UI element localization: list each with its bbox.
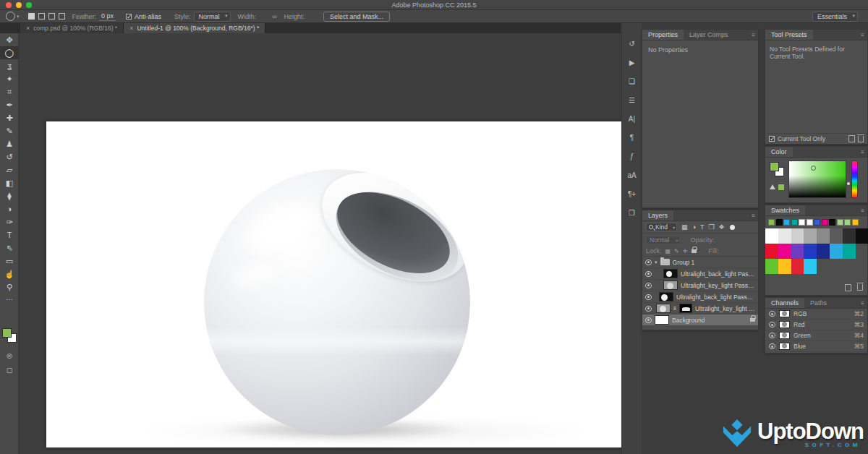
paragraph-icon[interactable]: ¶ xyxy=(625,130,639,145)
history-brush-tool[interactable]: ↺ xyxy=(0,150,19,163)
swatch[interactable] xyxy=(778,259,791,274)
layer-row[interactable]: 8 Ultralight_key_light Pa... xyxy=(642,303,758,314)
filter-smart-objects-icon[interactable]: ❖ xyxy=(719,223,725,231)
layer-thumbnail[interactable] xyxy=(659,292,673,301)
visibility-eye-icon[interactable] xyxy=(769,333,775,338)
elliptical-marquee-tool[interactable]: ◯ xyxy=(0,46,19,59)
layer-thumbnail[interactable] xyxy=(663,269,678,278)
blend-mode-dropdown[interactable]: Normal xyxy=(646,236,680,244)
swatch[interactable] xyxy=(822,219,828,226)
add-selection-button[interactable] xyxy=(38,13,45,20)
panel-menu-icon[interactable]: ≡ xyxy=(752,213,755,219)
tab-swatches[interactable]: Swatches xyxy=(765,205,805,215)
active-tool-icon[interactable] xyxy=(6,12,15,21)
filter-toggle-switch[interactable] xyxy=(730,225,735,230)
glyphs-icon[interactable]: ƒ xyxy=(625,149,639,163)
zoom-tool[interactable]: ⚲ xyxy=(0,280,19,294)
dodge-tool[interactable]: ◑ xyxy=(0,202,19,215)
layer-filter-kind-dropdown[interactable]: Kind xyxy=(646,223,677,231)
tool-preset-caret-icon[interactable]: ▾ xyxy=(17,14,20,20)
visibility-eye-icon[interactable] xyxy=(645,260,652,265)
swatch[interactable] xyxy=(776,219,783,226)
swatch[interactable] xyxy=(765,259,778,274)
swatch[interactable] xyxy=(791,244,804,259)
layer-row[interactable]: Ultralight_back_light Pass_al... xyxy=(642,268,758,280)
paragraph-styles-icon[interactable]: ¶+ xyxy=(625,187,639,201)
character-icon[interactable]: A| xyxy=(625,111,639,126)
gradient-tool[interactable]: ◧ xyxy=(0,176,19,189)
type-tool[interactable]: T xyxy=(0,228,19,241)
channel-row-green[interactable]: Green ⌘4 xyxy=(765,330,867,341)
intersect-selection-button[interactable] xyxy=(59,13,65,20)
eyedropper-tool[interactable]: ✒ xyxy=(0,98,19,111)
swatch[interactable] xyxy=(804,228,817,244)
eraser-tool[interactable]: ▱ xyxy=(0,163,19,176)
screen-mode-button[interactable]: ▢ xyxy=(0,364,19,376)
swatch[interactable] xyxy=(830,228,843,244)
actions-icon[interactable]: ▶ xyxy=(625,55,639,69)
swatch[interactable] xyxy=(768,219,775,226)
channel-row-red[interactable]: Red ⌘3 xyxy=(765,320,867,330)
panel-menu-icon[interactable]: ≡ xyxy=(861,149,864,155)
swatch[interactable] xyxy=(829,219,835,226)
lock-position-icon[interactable]: ✛ xyxy=(683,248,688,254)
swatch[interactable] xyxy=(837,219,843,226)
swatch[interactable] xyxy=(791,219,798,226)
lasso-tool[interactable]: ʓ xyxy=(0,59,19,72)
layer-row[interactable]: Ultralight_key_light Pass_fina... xyxy=(642,280,758,291)
swatch[interactable] xyxy=(804,244,817,259)
path-selection-tool[interactable]: ⇖ xyxy=(0,241,19,254)
tab-color[interactable]: Color xyxy=(765,147,793,157)
clone-stamp-tool[interactable]: ♟ xyxy=(0,137,19,150)
edit-toolbar-button[interactable]: ⋯ xyxy=(0,294,19,305)
panel-menu-icon[interactable]: ≡ xyxy=(861,32,864,38)
feather-field[interactable]: 0 px xyxy=(99,12,116,21)
lock-transparency-icon[interactable]: ▦ xyxy=(665,248,671,254)
color-picker-marker[interactable] xyxy=(811,166,816,171)
subtract-selection-button[interactable] xyxy=(48,13,55,20)
visibility-eye-icon[interactable] xyxy=(645,271,652,277)
tab-layer-comps[interactable]: Layer Comps xyxy=(684,30,734,40)
rectangle-tool[interactable]: ▭ xyxy=(0,254,19,267)
filter-type-layers-icon[interactable]: T xyxy=(700,223,705,231)
visibility-eye-icon[interactable] xyxy=(645,294,652,300)
tab-tool-presets[interactable]: Tool Presets xyxy=(765,30,813,40)
tab-paths[interactable]: Paths xyxy=(804,298,833,308)
quick-mask-button[interactable]: ◎ xyxy=(0,350,19,361)
expand-arrow-icon[interactable]: ▾ xyxy=(655,260,658,265)
filter-pixel-layers-icon[interactable]: ▦ xyxy=(681,223,688,231)
tab-untitled-1[interactable]: × Untitled-1 @ 100% (Background, RGB/16*… xyxy=(124,23,265,33)
swatch[interactable] xyxy=(814,219,820,226)
document-canvas[interactable] xyxy=(46,121,626,447)
visibility-eye-icon[interactable] xyxy=(645,283,652,288)
swatch[interactable] xyxy=(783,219,790,226)
swatch[interactable] xyxy=(843,228,856,244)
foreground-color-chip[interactable] xyxy=(770,162,779,171)
new-swatch-icon[interactable] xyxy=(845,284,851,291)
visibility-eye-icon[interactable] xyxy=(769,343,775,349)
hue-slider[interactable] xyxy=(851,160,858,198)
libraries-icon[interactable]: ❒ xyxy=(625,205,639,220)
spot-healing-brush-tool[interactable]: ✚ xyxy=(0,111,19,124)
visibility-eye-icon[interactable] xyxy=(769,311,775,317)
tab-layers[interactable]: Layers xyxy=(642,210,673,220)
visibility-eye-icon[interactable] xyxy=(645,317,652,323)
layer-thumbnail[interactable] xyxy=(655,315,669,325)
swatch[interactable] xyxy=(843,244,856,259)
swatch[interactable] xyxy=(807,219,813,226)
hue-slider-marker[interactable] xyxy=(847,182,850,185)
layer-row[interactable]: Ultralight_back_light Pass_alpha... xyxy=(642,291,758,303)
workspace-dropdown[interactable]: Essentials xyxy=(812,12,858,22)
pen-tool[interactable]: ✑ xyxy=(0,215,19,228)
blur-tool[interactable]: ⧫ xyxy=(0,189,19,202)
style-dropdown[interactable]: Normal xyxy=(194,12,231,22)
swatch[interactable] xyxy=(804,259,817,274)
quick-selection-tool[interactable]: ✦ xyxy=(0,72,19,85)
new-selection-button[interactable] xyxy=(28,13,35,20)
tab-channels[interactable]: Channels xyxy=(765,298,804,308)
swatch[interactable] xyxy=(830,244,843,259)
move-tool[interactable]: ✥ xyxy=(0,33,19,46)
gamut-warning-icon[interactable] xyxy=(770,184,775,189)
tab-comp-psd[interactable]: × comp.psd @ 100% (RGB/16) * xyxy=(20,23,124,33)
adjustments-icon[interactable]: ☰ xyxy=(625,93,639,107)
